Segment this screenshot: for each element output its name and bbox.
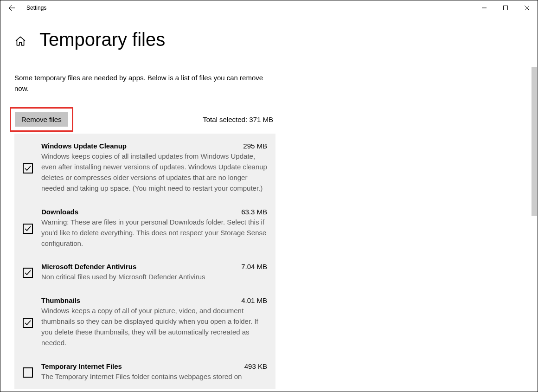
item-size: 493 KB	[244, 362, 267, 370]
item-title: Temporary Internet Files	[41, 362, 122, 370]
home-icon[interactable]	[14, 35, 26, 47]
item-title: Thumbnails	[41, 296, 80, 304]
item-desc: Windows keeps copies of all installed up…	[41, 151, 267, 194]
item-body: Windows Update Cleanup 295 MB Windows ke…	[41, 142, 267, 194]
scrollbar-thumb[interactable]	[532, 67, 537, 216]
remove-button-highlight: Remove files	[10, 107, 73, 132]
titlebar: Settings	[0, 0, 538, 15]
item-title: Windows Update Cleanup	[41, 142, 127, 150]
window-controls	[474, 0, 538, 15]
checkbox-defender-antivirus[interactable]	[23, 268, 33, 278]
page-title: Temporary files	[39, 29, 165, 50]
maximize-button[interactable]	[495, 0, 516, 15]
item-desc: Non critical files used by Microsoft Def…	[41, 271, 267, 282]
maximize-icon	[503, 6, 508, 10]
item-body: Downloads 63.3 MB Warning: These are fil…	[41, 208, 267, 249]
checkbox-thumbnails[interactable]	[23, 318, 33, 328]
item-size: 295 MB	[243, 142, 267, 150]
item-desc: Windows keeps a copy of all of your pict…	[41, 305, 267, 348]
item-title: Microsoft Defender Antivirus	[41, 263, 136, 270]
checkbox-windows-update-cleanup[interactable]	[23, 163, 33, 174]
item-body: Thumbnails 4.01 MB Windows keeps a copy …	[41, 296, 267, 348]
page-header: Temporary files	[0, 15, 538, 50]
svg-rect-1	[504, 6, 508, 10]
checkmark-icon	[24, 319, 32, 327]
item-size: 63.3 MB	[241, 208, 267, 216]
file-list-panel: Windows Update Cleanup 295 MB Windows ke…	[14, 134, 275, 389]
item-title: Downloads	[41, 208, 78, 216]
item-head: Windows Update Cleanup 295 MB	[41, 142, 267, 150]
minimize-icon	[482, 6, 487, 10]
list-item: Thumbnails 4.01 MB Windows keeps a copy …	[23, 296, 267, 348]
action-row: Remove files Total selected: 371 MB	[14, 107, 274, 132]
item-head: Thumbnails 4.01 MB	[41, 296, 267, 304]
remove-files-button[interactable]: Remove files	[15, 112, 68, 127]
list-item: Microsoft Defender Antivirus 7.04 MB Non…	[23, 263, 267, 282]
list-item: Windows Update Cleanup 295 MB Windows ke…	[23, 142, 267, 194]
item-size: 4.01 MB	[241, 296, 267, 304]
content-area: Some temporary files are needed by apps.…	[0, 50, 538, 389]
item-body: Microsoft Defender Antivirus 7.04 MB Non…	[41, 263, 267, 282]
checkmark-icon	[24, 225, 32, 232]
item-head: Microsoft Defender Antivirus 7.04 MB	[41, 263, 267, 270]
total-selected-text: Total selected: 371 MB	[203, 116, 273, 123]
checkmark-icon	[24, 269, 32, 276]
item-head: Temporary Internet Files 493 KB	[41, 362, 267, 370]
app-title: Settings	[26, 5, 46, 11]
arrow-left-icon	[8, 4, 15, 12]
item-head: Downloads 63.3 MB	[41, 208, 267, 216]
list-item: Temporary Internet Files 493 KB The Temp…	[23, 362, 267, 382]
checkbox-temp-internet-files[interactable]	[23, 367, 33, 378]
item-desc: The Temporary Internet Files folder cont…	[41, 371, 267, 382]
intro-text: Some temporary files are needed by apps.…	[14, 72, 274, 94]
back-button[interactable]	[0, 0, 23, 15]
item-body: Temporary Internet Files 493 KB The Temp…	[41, 362, 267, 382]
checkmark-icon	[24, 165, 32, 172]
close-icon	[525, 6, 529, 10]
item-desc: Warning: These are files in your persona…	[41, 217, 267, 249]
minimize-button[interactable]	[474, 0, 495, 15]
checkbox-downloads[interactable]	[23, 224, 33, 234]
item-size: 7.04 MB	[241, 263, 267, 270]
close-button[interactable]	[516, 0, 538, 15]
list-item: Downloads 63.3 MB Warning: These are fil…	[23, 208, 267, 249]
